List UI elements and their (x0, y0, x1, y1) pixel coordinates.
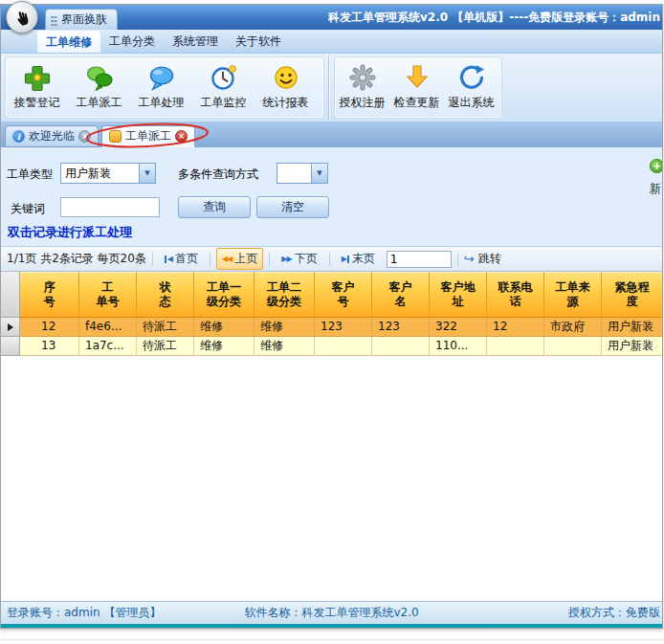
col-header-status[interactable]: 状 态 (137, 272, 194, 318)
col-header-customer-name[interactable]: 客户 名 (372, 272, 430, 318)
doc-tab-dispatch-label: 工单派工 (125, 128, 171, 144)
col-header-phone[interactable]: 联系电 话 (487, 272, 544, 318)
row-selector (1, 337, 20, 356)
jump-button[interactable]: 跳转 (464, 251, 501, 267)
col-header-customer-address[interactable]: 客户地 址 (430, 272, 487, 318)
dispatch-hint-text: 双击记录进行派工处理 (8, 224, 132, 241)
cell-customer-no: 123 (315, 318, 372, 337)
separator (269, 253, 270, 266)
title-bar: 界面换肤 科发工单管理系统v2.0 【单机版】----免费版登录账号：admin… (1, 5, 662, 30)
first-page-button[interactable]: 首页 (159, 248, 204, 270)
chevron-down-icon[interactable] (139, 164, 155, 183)
menu-tab-system-management[interactable]: 系统管理 (164, 30, 227, 53)
alarm-register-button[interactable]: 接警登记 (6, 61, 68, 111)
cell-customer-name: 123 (372, 318, 430, 337)
menu-tab-about-software[interactable]: 关于软件 (227, 30, 290, 53)
exit-label: 退出系统 (444, 95, 498, 111)
skin-change-label: 界面换肤 (61, 12, 107, 26)
process-icon (130, 61, 192, 94)
first-page-icon (165, 255, 172, 263)
new-button-label: 新 (650, 181, 662, 197)
check-update-button[interactable]: 检查更新 (389, 61, 444, 111)
table-row[interactable]: 13 1a7c... 待派工 维修 维修 110... 用户新装 (1, 337, 662, 356)
cell-seq: 12 (20, 318, 79, 337)
search-button[interactable]: 查询 (178, 196, 251, 218)
cell-urgency: 用户新装 (602, 318, 662, 337)
check-update-icon (389, 61, 444, 94)
prev-page-button[interactable]: 上页 (216, 248, 263, 270)
selected-row-marker-icon (8, 323, 13, 331)
hand-cursor-button[interactable] (6, 1, 38, 33)
toolbar-group-system: 授权注册 检查更新 (334, 56, 502, 119)
cell-order-source: 市政府 (544, 318, 602, 337)
col-header-category-level2[interactable]: 工单二 级分类 (255, 272, 315, 318)
multi-condition-select[interactable] (277, 163, 328, 184)
multi-condition-value (277, 164, 311, 183)
col-header-order-source[interactable]: 工单来 源 (544, 272, 602, 318)
process-label: 工单处理 (130, 95, 192, 111)
cell-phone (487, 337, 544, 356)
page-number-input[interactable] (387, 251, 452, 268)
col-header-category-level1[interactable]: 工单一 级分类 (194, 272, 255, 318)
monitor-label: 工单监控 (192, 95, 255, 111)
next-page-button[interactable]: 下页 (276, 248, 322, 270)
license-gear-icon (335, 61, 389, 94)
cell-customer-address: 110... (430, 337, 487, 356)
skin-change-button[interactable]: 界面换肤 (45, 9, 118, 30)
doc-tab-welcome[interactable]: 欢迎光临 (5, 125, 99, 147)
cell-category-level1: 维修 (194, 337, 255, 356)
close-icon[interactable] (175, 130, 188, 143)
cell-status: 待派工 (137, 318, 194, 337)
order-type-select[interactable]: 用户新装 (60, 163, 156, 184)
monitor-button[interactable]: 工单监控 (192, 61, 255, 111)
grid-corner (1, 272, 20, 318)
col-header-order-no[interactable]: 工 单号 (79, 272, 137, 318)
exit-icon (444, 61, 498, 94)
hand-cursor-icon (11, 6, 33, 29)
jump-label: 跳转 (478, 251, 501, 267)
menu-tab-workorder-category[interactable]: 工单分类 (100, 30, 164, 53)
keyword-input[interactable] (60, 197, 160, 217)
col-header-customer-no[interactable]: 客户 号 (315, 272, 372, 318)
last-page-label: 末页 (352, 251, 375, 267)
license-register-button[interactable]: 授权注册 (335, 61, 389, 111)
cell-status: 待派工 (137, 337, 194, 356)
separator (152, 253, 153, 266)
cell-seq: 13 (20, 337, 79, 356)
process-button[interactable]: 工单处理 (130, 61, 192, 111)
col-header-urgency[interactable]: 紧急程 度 (602, 272, 662, 318)
screen: 界面换肤 科发工单管理系统v2.0 【单机版】----免费版登录账号：admin… (0, 0, 664, 644)
cell-urgency: 用户新装 (602, 337, 662, 356)
report-button[interactable]: 统计报表 (255, 61, 317, 111)
row-selector (1, 318, 20, 337)
separator (329, 253, 330, 266)
document-tab-strip: 欢迎光临 工单派工 (1, 122, 662, 147)
doc-tab-dispatch[interactable]: 工单派工 (101, 125, 195, 147)
last-page-icon (342, 255, 349, 263)
col-header-seq[interactable]: 序 号 (20, 272, 79, 318)
alarm-register-icon (6, 61, 68, 94)
info-icon (12, 130, 25, 143)
exit-button[interactable]: 退出系统 (444, 61, 498, 111)
cell-phone: 12 (487, 318, 544, 337)
status-license-mode: 授权方式：免费版 (568, 605, 660, 621)
close-icon[interactable] (78, 130, 91, 143)
cell-order-source (544, 337, 602, 356)
new-button-partial[interactable]: 新 (650, 159, 662, 218)
last-page-button[interactable]: 末页 (336, 248, 381, 270)
toolbar-group-main: 接警登记 工单派工 (5, 56, 324, 119)
report-label: 统计报表 (255, 95, 317, 111)
page-summary: 1/1页 共2条记录 每页20条 (7, 251, 146, 267)
toolbar: 接警登记 工单派工 (1, 54, 662, 122)
alarm-register-label: 接警登记 (6, 95, 68, 111)
cell-customer-address: 322 (430, 318, 487, 337)
dispatch-icon (68, 61, 130, 94)
chevron-down-icon[interactable] (311, 164, 327, 183)
prev-page-icon (222, 255, 232, 263)
menu-tab-workorder-repair[interactable]: 工单维修 (37, 31, 100, 53)
table-row[interactable]: 12 f4e6... 待派工 维修 维修 123 123 322 12 市政府 … (1, 318, 662, 337)
doc-tab-welcome-label: 欢迎光临 (29, 128, 75, 144)
clear-button[interactable]: 清空 (256, 196, 329, 218)
jump-arrow-icon (464, 253, 475, 265)
dispatch-button[interactable]: 工单派工 (68, 61, 130, 111)
